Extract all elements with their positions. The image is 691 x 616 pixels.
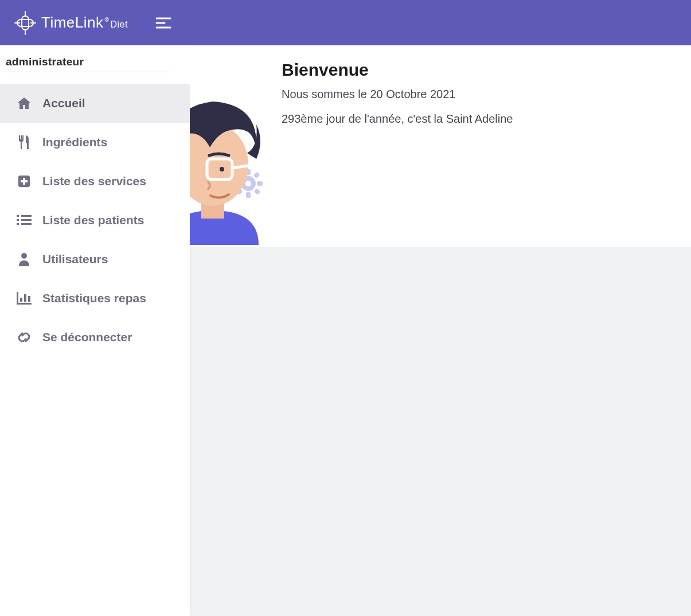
welcome-text: Bienvenue Nous sommes le 20 Octobre 2021… [270,59,513,126]
logo-registered: ® [105,17,110,23]
sidebar-item-users[interactable]: Utilisateurs [0,240,190,279]
svg-rect-19 [28,296,30,302]
welcome-day-line: 293ème jour de l'année, c'est la Saint A… [282,112,513,126]
sidebar-item-label: Ingrédients [42,135,107,149]
user-icon [16,251,32,267]
sidebar-section-header: administrateur [0,45,190,76]
svg-rect-8 [17,215,19,217]
logo-main: TimeLink [41,14,104,32]
link-icon [16,329,32,345]
sidebar-item-ingredients[interactable]: Ingrédients [0,123,190,162]
svg-rect-18 [24,294,26,302]
sidebar-item-label: Se déconnecter [42,330,132,344]
list-icon [16,212,32,228]
app-logo: TimeLink ® Diet [14,10,128,36]
svg-rect-13 [21,223,32,225]
sidebar-item-services[interactable]: Liste des services [0,162,190,201]
body-wrap: administrateur Accueil Ingrédien [0,45,691,616]
logo-text: TimeLink ® Diet [41,14,128,32]
sidebar-item-label: Liste des patients [42,213,144,227]
svg-rect-17 [20,298,22,302]
app-header: TimeLink ® Diet [0,0,691,45]
svg-rect-16 [17,303,32,305]
sidebar-item-stats[interactable]: Statistiques repas [0,279,190,318]
sidebar: administrateur Accueil Ingrédien [0,45,190,616]
hospital-icon [16,173,32,189]
logo-mark-icon [14,10,37,36]
sidebar-section-label: administrateur [6,56,173,72]
svg-point-14 [21,253,27,259]
svg-rect-15 [17,292,18,305]
sidebar-item-label: Utilisateurs [42,252,108,266]
sidebar-item-logout[interactable]: Se déconnecter [0,318,190,357]
logo-sub: Diet [110,20,127,30]
svg-rect-10 [17,223,19,225]
sidebar-item-accueil[interactable]: Accueil [0,84,190,123]
svg-point-35 [220,167,224,171]
welcome-title: Bienvenue [282,60,513,80]
sidebar-item-label: Accueil [42,96,85,110]
sidebar-nav: Accueil Ingrédients [0,84,190,357]
sidebar-item-label: Statistiques repas [42,291,146,305]
sidebar-item-patients[interactable]: Liste des patients [0,201,190,240]
sidebar-item-label: Liste des services [42,174,146,188]
svg-rect-0 [22,16,29,30]
svg-rect-7 [21,180,28,182]
welcome-card: Bienvenue Nous sommes le 20 Octobre 2021… [190,45,691,247]
svg-rect-9 [17,219,19,221]
welcome-avatar [190,59,270,247]
avatar-illustration [190,73,270,247]
svg-rect-11 [21,215,32,217]
chart-icon [16,290,32,306]
main-content: Bienvenue Nous sommes le 20 Octobre 2021… [190,45,691,616]
svg-rect-12 [21,219,32,221]
utensils-icon [16,134,32,150]
menu-toggle-button[interactable] [155,17,171,29]
home-icon [16,95,32,111]
welcome-date-line: Nous sommes le 20 Octobre 2021 [282,88,513,101]
